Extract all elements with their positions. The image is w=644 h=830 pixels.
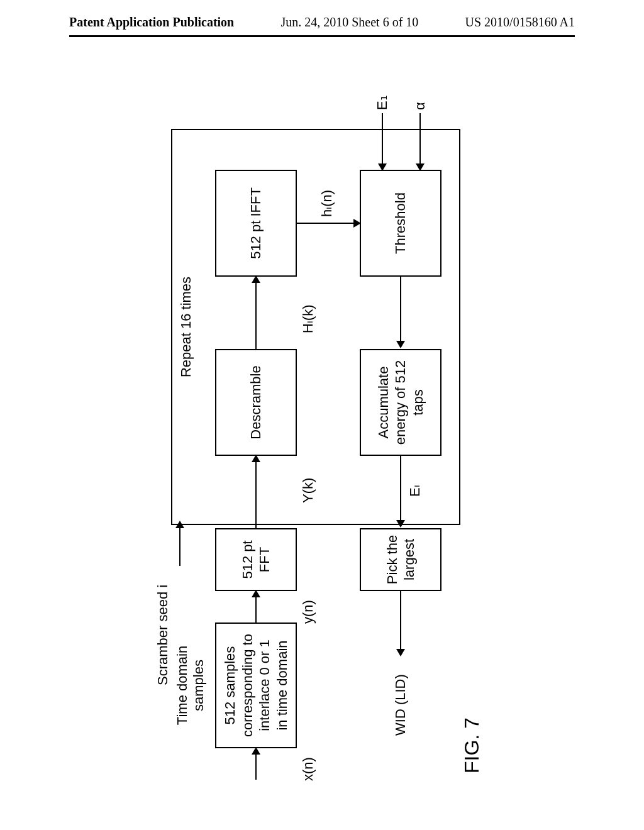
label-hin: hᵢ(n) — [319, 190, 335, 217]
arrow-E1-head — [378, 163, 387, 171]
box-descramble: Descramble — [215, 349, 297, 456]
box-accumulate: Accumulate energy of 512 taps — [360, 349, 441, 456]
box-ifft: 512 pt IFFT — [215, 170, 297, 277]
label-yn: y(n) — [300, 600, 316, 624]
arrow-acc-pick-seg — [400, 456, 401, 525]
box-512-samples: 512 samples corresponding to interlace 0… — [215, 622, 297, 748]
header-right-text: US 2010/0158160 A1 — [465, 15, 575, 30]
arrow-xin-head — [252, 747, 260, 755]
header-center-text: Jun. 24, 2010 Sheet 6 of 10 — [280, 15, 418, 30]
arrow-scrambler-seg — [179, 525, 180, 566]
label-scrambler-seed: Scramber seed i — [155, 566, 171, 685]
label-xin: x(n) — [300, 757, 316, 781]
arrow-th-acc-head — [396, 341, 405, 348]
arrow-Hik-head — [252, 275, 260, 283]
arrow-hin-seg — [297, 223, 360, 224]
label-alpha: α — [412, 102, 428, 110]
box-threshold: Threshold — [360, 170, 441, 277]
repeat-label: Repeat 16 times — [177, 130, 195, 524]
figure-caption: FIG. 7 — [460, 717, 484, 773]
arrow-yn-head — [252, 590, 260, 597]
label-Yk: Y(k) — [300, 478, 316, 503]
arrow-Hik-seg — [255, 277, 257, 349]
arrow-scrambler-head — [175, 521, 184, 528]
label-E1: E₁ — [374, 95, 391, 110]
arrow-E1-seg — [382, 113, 383, 170]
label-Hik: Hᵢ(k) — [300, 304, 316, 333]
arrow-acc-pick-head — [396, 520, 405, 528]
label-wid: WID (LID) — [392, 674, 409, 736]
box-fft: 512 pt FFT — [215, 528, 297, 591]
arrow-Yk-head — [252, 455, 260, 462]
arrow-hin-head — [353, 219, 361, 228]
label-time-domain: Time domain samples — [174, 635, 207, 736]
header-rule — [69, 35, 575, 37]
box-pick-largest: Pick the largest — [360, 528, 441, 591]
arrow-wid-head — [396, 649, 405, 656]
header-left-text: Patent Application Publication — [69, 15, 234, 30]
arrow-th-acc-seg — [400, 277, 401, 346]
arrow-Yk-seg — [255, 456, 257, 528]
figure-7-diagram: Repeat 16 times 512 samples correspondin… — [158, 107, 486, 773]
arrow-wid-seg — [400, 591, 401, 654]
arrow-alpha-head — [416, 163, 425, 171]
label-Ei: Eᵢ — [407, 485, 423, 497]
arrow-alpha-seg — [419, 113, 421, 170]
